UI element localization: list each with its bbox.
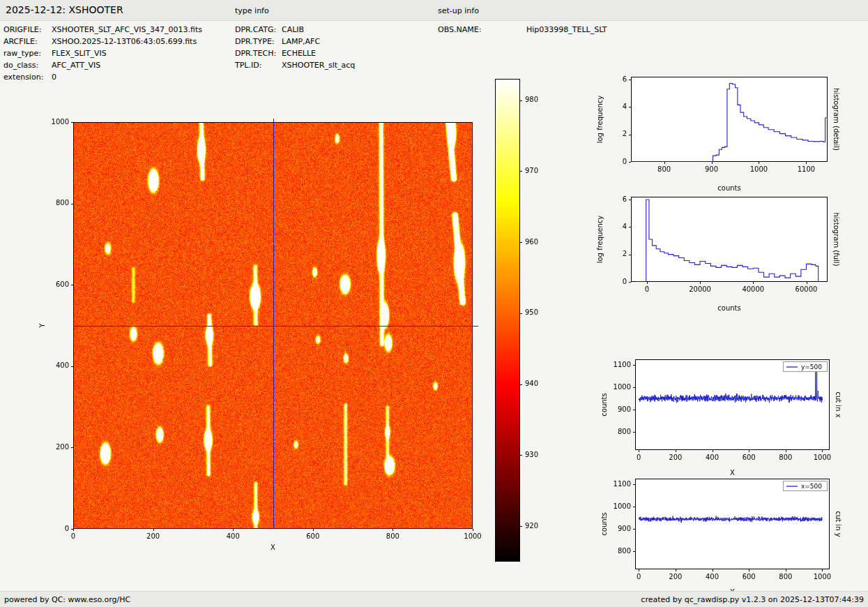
histogram-full-canvas <box>582 190 868 319</box>
field-label: TPL.ID: <box>235 59 282 71</box>
footer-bar: powered by QC: www.eso.org/HC created by… <box>0 591 868 607</box>
footer-left-text: powered by QC: www.eso.org/HC <box>4 595 130 604</box>
type-info-heading: type info <box>235 6 269 15</box>
file-info-row-arcfile: ARCFILE:XSHOO.2025-12-13T06:43:05.699.fi… <box>3 36 202 47</box>
field-value: Hip033998_TELL_SLT <box>526 25 607 34</box>
field-value: XSHOO.2025-12-13T06:43:05.699.fits <box>52 37 197 46</box>
field-value: XSHOOTER_slt_acq <box>282 61 355 70</box>
cut-in-x-canvas <box>582 352 868 481</box>
field-label: extension: <box>3 71 52 83</box>
field-label: do_class: <box>3 59 52 71</box>
detector-image-canvas <box>28 112 488 562</box>
file-info-list: ORIGFILE:XSHOOTER_SLT_AFC_VIS_347_0013.f… <box>3 24 202 83</box>
field-value: FLEX_SLIT_VIS <box>52 49 107 58</box>
file-info-row-origfile: ORIGFILE:XSHOOTER_SLT_AFC_VIS_347_0013.f… <box>3 24 202 36</box>
type-info-row-tplid: TPL.ID:XSHOOTER_slt_acq <box>235 59 355 71</box>
field-value: ECHELLE <box>282 49 316 58</box>
file-info-row-extension: extension:0 <box>3 71 202 83</box>
type-info-row-dprtype: DPR.TYPE:LAMP,AFC <box>235 36 355 47</box>
field-label: DPR.TECH: <box>235 47 282 59</box>
type-info-row-dprtech: DPR.TECH:ECHELLE <box>235 47 355 59</box>
cut-in-y-canvas <box>582 472 868 601</box>
field-value: AFC_ATT_VIS <box>52 61 100 70</box>
qc-report-page: { "page": { "bg_color": "#f5f5f3", "bar_… <box>0 0 868 607</box>
setup-info-row-obsname: OBS.NAME:Hip033998_TELL_SLT <box>438 24 607 36</box>
field-value: XSHOOTER_SLT_AFC_VIS_347_0013.fits <box>52 25 202 34</box>
colorbar-canvas <box>492 75 554 571</box>
field-label: DPR.CATG: <box>235 24 282 36</box>
type-info-list: DPR.CATG:CALIB DPR.TYPE:LAMP,AFC DPR.TEC… <box>235 24 355 71</box>
header-bar: 2025-12-12: XSHOOTER type info set-up in… <box>0 0 868 21</box>
type-info-row-dprcatg: DPR.CATG:CALIB <box>235 24 355 36</box>
file-info-row-doclass: do_class:AFC_ATT_VIS <box>3 59 202 71</box>
field-label: OBS.NAME: <box>438 24 526 36</box>
field-value: CALIB <box>282 25 304 34</box>
histogram-detail-canvas <box>582 70 868 199</box>
footer-right-text: created by qc_rawdisp.py v1.2.3 on 2025-… <box>641 595 864 604</box>
field-label: ARCFILE: <box>3 36 52 47</box>
field-label: raw_type: <box>3 47 52 59</box>
field-label: DPR.TYPE: <box>235 36 282 47</box>
setup-info-list: OBS.NAME:Hip033998_TELL_SLT <box>438 24 607 36</box>
field-value: 0 <box>52 73 56 82</box>
field-value: LAMP,AFC <box>282 37 320 46</box>
field-label: ORIGFILE: <box>3 24 52 36</box>
setup-info-heading: set-up info <box>438 6 479 15</box>
file-info-row-rawtype: raw_type:FLEX_SLIT_VIS <box>3 47 202 59</box>
page-title: 2025-12-12: XSHOOTER <box>6 4 123 15</box>
